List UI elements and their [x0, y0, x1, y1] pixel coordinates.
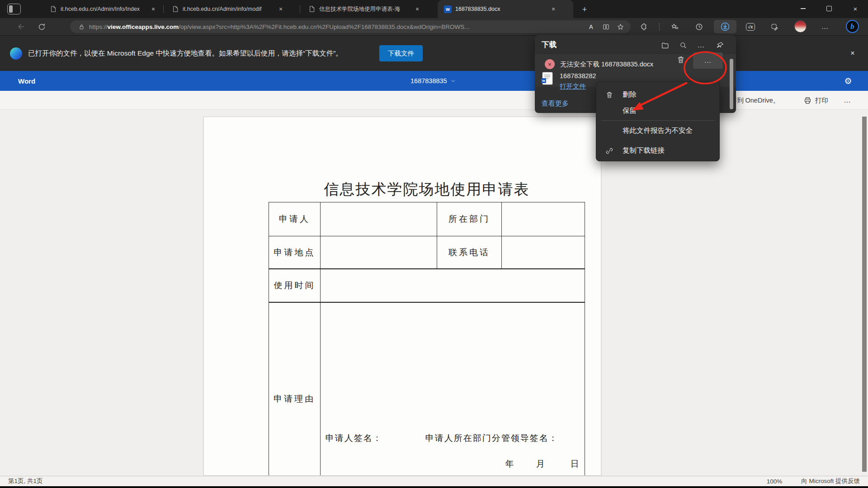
tab-docx-active[interactable]: w 1687838835.docx × — [438, 0, 573, 18]
open-downloads-folder-icon[interactable] — [660, 40, 670, 51]
menu-separator — [602, 120, 715, 121]
window-restore-button[interactable] — [819, 0, 840, 17]
browser-window: it.hceb.edu.cn/Admin/Info/Index × it.hce… — [0, 0, 868, 488]
new-tab-button[interactable]: + — [579, 4, 590, 15]
pin-panel-icon[interactable] — [715, 40, 726, 51]
zoom-level-label[interactable]: 100% — [767, 478, 783, 485]
document-page: 信息技术学院场地使用申请表 申请人 所在部门 申请地点 联系电话 使用时间 — [203, 117, 601, 476]
tab-close-icon[interactable]: × — [413, 5, 421, 13]
cell-department-label: 所在部门 — [437, 202, 502, 236]
sqrt-glyph: √x — [746, 23, 755, 31]
application-table: 申请人 所在部门 申请地点 联系电话 使用时间 申请理由 — [269, 202, 585, 476]
viewer-more-button[interactable]: … — [844, 91, 851, 110]
download-context-menu: 删除 保留 将此文件报告为不安全 复制下载链接 — [596, 81, 720, 161]
url-domain: view.officeapps.live.com — [108, 23, 179, 30]
tab-bar: it.hceb.edu.cn/Admin/Info/Index × it.hce… — [0, 0, 868, 18]
history-icon[interactable] — [693, 21, 704, 32]
downloads-button[interactable] — [714, 20, 736, 33]
tab-close-icon[interactable]: × — [549, 5, 557, 13]
math-solver-icon[interactable]: √x — [745, 21, 756, 32]
ellipsis-glyph: … — [821, 24, 829, 29]
tab-title: it.hceb.edu.cn/Admin/Info/Index — [61, 6, 146, 12]
tab-application-form[interactable]: 信息技术学院场地使用申请表-海 × — [302, 0, 435, 18]
date-month-label: 月 — [536, 458, 546, 470]
download-notification-bar: 已打开你的文件，以便在 Microsoft Edge 中快速方便地查看。如果希望… — [0, 35, 868, 71]
doc-title-text: 1687838835 — [410, 77, 447, 84]
signature-applicant-label: 申请人签名： — [326, 432, 382, 444]
ellipsis-glyph: … — [704, 58, 712, 63]
date-day-label: 日 — [571, 458, 580, 470]
open-file-link[interactable]: 打开文件 — [560, 82, 586, 91]
menu-label: 复制下载链接 — [623, 146, 665, 155]
downloads-more-icon[interactable]: … — [696, 40, 707, 51]
address-bar[interactable]: https://view.officeapps.live.com/op/view… — [70, 20, 631, 33]
delete-download-icon[interactable] — [676, 55, 687, 66]
cell-time-value — [321, 269, 585, 302]
notification-close-icon[interactable]: × — [846, 47, 859, 60]
menu-label: 删除 — [623, 90, 637, 99]
cell-location-value — [321, 236, 437, 268]
page-scrollbar[interactable] — [862, 117, 867, 472]
download-file-button[interactable]: 下载文件 — [379, 45, 423, 61]
search-downloads-icon[interactable] — [678, 40, 689, 51]
more-menu-icon[interactable]: … — [820, 21, 830, 32]
word-icon: w — [444, 5, 452, 13]
page-icon — [308, 5, 316, 13]
trash-icon — [604, 90, 614, 100]
document-heading: 信息技术学院场地使用申请表 — [269, 179, 585, 200]
lock-icon[interactable] — [75, 22, 87, 32]
date-year-label: 年 — [505, 458, 515, 470]
downloads-panel-scrollbar[interactable] — [730, 59, 733, 109]
feedback-link[interactable]: 向 Microsoft 提供反馈 — [801, 477, 860, 485]
tab-title: 信息技术学院场地使用申请表-海 — [319, 5, 410, 13]
tab-workspaces-icon[interactable] — [7, 4, 21, 14]
tab-close-icon[interactable]: × — [277, 5, 285, 13]
page-icon — [50, 5, 57, 13]
reload-icon[interactable] — [36, 21, 47, 32]
blocked-error-icon: × — [545, 59, 555, 69]
tab-separator — [163, 5, 164, 13]
split-screen-icon[interactable] — [600, 22, 612, 32]
signature-leader-label: 申请人所在部门分管领导签名： — [425, 432, 558, 444]
document-viewer-area[interactable]: 信息技术学院场地使用申请表 申请人 所在部门 申请地点 联系电话 使用时间 — [0, 110, 868, 476]
blocked-item-text: 无法安全下载 1687838835.docx — [560, 60, 653, 69]
cell-time-label: 使用时间 — [269, 269, 321, 302]
profile-avatar[interactable] — [794, 20, 807, 33]
cell-department-value — [502, 202, 585, 236]
read-aloud-icon[interactable]: A — [585, 22, 597, 32]
page-count-label[interactable]: 第1页, 共1页 — [8, 477, 43, 485]
url-text: https://view.officeapps.live.com/op/view… — [89, 23, 583, 30]
document-title-dropdown[interactable]: 1687838835 — [410, 71, 456, 91]
tab-admin-info-modify[interactable]: it.hceb.edu.cn/Admin/info/modif × — [165, 0, 298, 18]
bing-chat-button[interactable]: b — [846, 20, 859, 33]
download-item-name[interactable]: 1687838282 — [560, 72, 596, 80]
menu-item-keep[interactable]: 保留 — [596, 103, 720, 118]
cell-phone-label: 联系电话 — [437, 236, 502, 268]
tab-admin-info-index[interactable]: it.hceb.edu.cn/Admin/Info/Index × — [43, 0, 162, 18]
url-path: /op/view.aspx?src=http%3A%2F%2Fit.hceb.e… — [179, 23, 469, 30]
back-icon[interactable] — [16, 21, 27, 32]
settings-gear-icon[interactable]: ⚙ — [840, 71, 856, 91]
cell-applicant-value — [321, 202, 437, 236]
favorite-star-icon[interactable] — [614, 22, 626, 32]
cell-applicant-label: 申请人 — [269, 202, 321, 236]
extensions-icon[interactable] — [638, 21, 649, 32]
word-badge: w — [541, 78, 546, 83]
printer-icon — [803, 96, 812, 105]
see-more-link[interactable]: 查看更多 — [542, 99, 569, 108]
menu-item-delete[interactable]: 删除 — [596, 87, 720, 102]
window-close-button[interactable]: × — [845, 0, 866, 17]
viewer-toolbar: 保存到 OneDrive。 打印 … — [0, 91, 868, 110]
download-more-actions-button[interactable]: … — [693, 52, 723, 69]
window-minimize-button[interactable] — [793, 0, 813, 17]
ellipsis-glyph: … — [698, 43, 705, 47]
menu-item-report-unsafe[interactable]: 将此文件报告为不安全 — [596, 123, 720, 138]
favorites-icon[interactable] — [669, 21, 680, 32]
word-app-name: Word — [18, 71, 35, 91]
url-prefix: https:// — [89, 23, 108, 30]
chevron-down-icon — [450, 78, 456, 84]
menu-item-copy-link[interactable]: 复制下载链接 — [596, 143, 720, 158]
print-button[interactable]: 打印 — [803, 91, 828, 110]
tab-close-icon[interactable]: × — [149, 5, 157, 13]
web-capture-icon[interactable] — [769, 21, 780, 32]
